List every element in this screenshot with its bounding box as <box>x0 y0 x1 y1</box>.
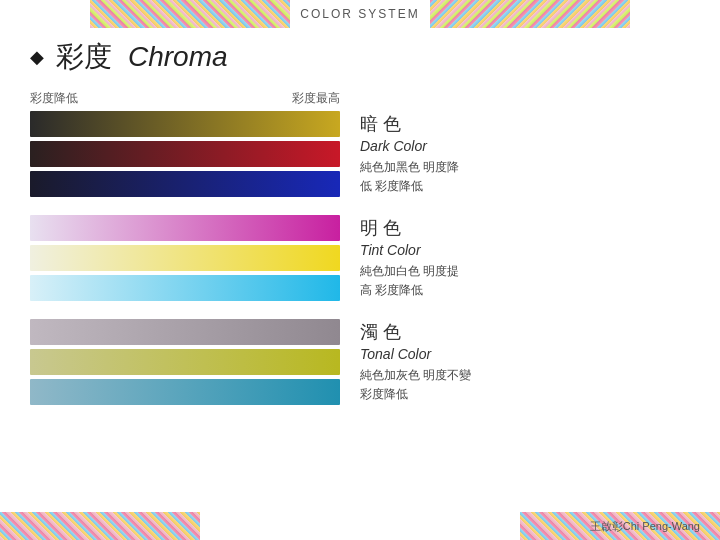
tint-detail-2: 高 彩度降低 <box>360 281 459 300</box>
heading-chinese: 彩度 <box>56 38 112 76</box>
tint-bars <box>30 215 340 301</box>
heading-english: Chroma <box>128 41 228 73</box>
tonal-bar-magenta <box>30 319 340 345</box>
dark-bar-cyan <box>30 171 340 197</box>
floral-left <box>90 0 290 28</box>
tint-bar-magenta <box>30 215 340 241</box>
tint-bar-cyan <box>30 275 340 301</box>
page-heading: ◆ 彩度 Chroma <box>30 38 690 76</box>
dark-title-en: Dark Color <box>360 138 459 154</box>
label-decrease: 彩度降低 <box>30 90 292 107</box>
tonal-detail-2: 彩度降低 <box>360 385 471 404</box>
tonal-detail-1: 純色加灰色 明度不變 <box>360 366 471 385</box>
dark-color-group: 暗 色 Dark Color 純色加黑色 明度降 低 彩度降低 <box>30 111 690 197</box>
top-border: COLOR SYSTEM <box>0 0 720 28</box>
tint-color-group: 明 色 Tint Color 純色加白色 明度提 高 彩度降低 <box>30 215 690 301</box>
footer-credit: 王啟彰Chi Peng-Wang <box>590 519 700 534</box>
dark-detail-2: 低 彩度降低 <box>360 177 459 196</box>
dark-detail-1: 純色加黑色 明度降 <box>360 158 459 177</box>
dark-bar-yellow <box>30 111 340 137</box>
dark-description: 暗 色 Dark Color 純色加黑色 明度降 低 彩度降低 <box>340 111 459 197</box>
bottom-floral-left <box>0 512 200 540</box>
tint-bar-yellow <box>30 245 340 271</box>
label-max: 彩度最高 <box>292 90 340 107</box>
chroma-labels: 彩度降低 彩度最高 <box>30 90 340 107</box>
tonal-title-en: Tonal Color <box>360 346 471 362</box>
tonal-description: 濁 色 Tonal Color 純色加灰色 明度不變 彩度降低 <box>340 319 471 405</box>
main-content: ◆ 彩度 Chroma 彩度降低 彩度最高 暗 色 Dark Color 純色加… <box>0 28 720 512</box>
dark-bars <box>30 111 340 197</box>
tint-title-cn: 明 色 <box>360 216 459 240</box>
tonal-color-group: 濁 色 Tonal Color 純色加灰色 明度不變 彩度降低 <box>30 319 690 405</box>
header-title: COLOR SYSTEM <box>290 7 429 21</box>
tonal-title-cn: 濁 色 <box>360 320 471 344</box>
bottom-border: 王啟彰Chi Peng-Wang <box>0 512 720 540</box>
bullet-icon: ◆ <box>30 46 44 68</box>
tint-title-en: Tint Color <box>360 242 459 258</box>
heading-text: 彩度 Chroma <box>56 38 228 76</box>
floral-right <box>430 0 630 28</box>
dark-bar-magenta <box>30 141 340 167</box>
dark-title-cn: 暗 色 <box>360 112 459 136</box>
tonal-bars <box>30 319 340 405</box>
tonal-bar-yellow <box>30 349 340 375</box>
tint-detail-1: 純色加白色 明度提 <box>360 262 459 281</box>
tint-description: 明 色 Tint Color 純色加白色 明度提 高 彩度降低 <box>340 215 459 301</box>
tonal-bar-cyan <box>30 379 340 405</box>
